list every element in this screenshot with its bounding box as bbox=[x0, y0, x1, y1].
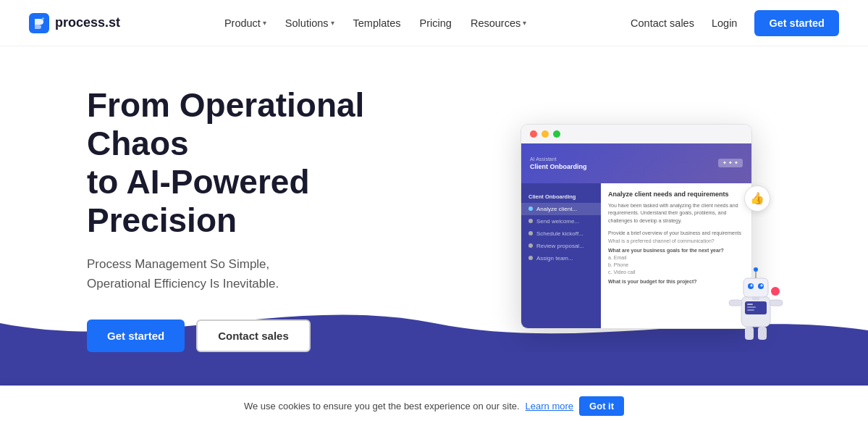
nav-links: Product ▾ Solutions ▾ Templates Pricing … bbox=[217, 12, 534, 35]
sidebar-item-task-4[interactable]: Review proposal... bbox=[521, 240, 601, 252]
dot-icon bbox=[528, 256, 533, 260]
svg-point-19 bbox=[771, 287, 780, 296]
chevron-down-icon: ▾ bbox=[331, 19, 334, 27]
svg-rect-17 bbox=[745, 327, 754, 340]
logo-text: process.st bbox=[55, 15, 120, 30]
svg-rect-12 bbox=[747, 304, 753, 305]
svg-rect-13 bbox=[747, 306, 756, 308]
dot-icon bbox=[528, 243, 533, 248]
hero-left: From Operational Chaos to AI-Powered Pre… bbox=[87, 86, 449, 352]
app-main-title: Analyze client needs and requirements bbox=[608, 191, 744, 198]
nav-product[interactable]: Product ▾ bbox=[217, 12, 274, 35]
hero-contact-sales-button[interactable]: Contact sales bbox=[196, 320, 311, 352]
sidebar-item-task-1[interactable]: Analyze client... bbox=[521, 203, 601, 215]
app-mockup: AI Assistant Client Onboarding ✦ ✦ ✦ Cli… bbox=[521, 124, 752, 329]
chevron-down-icon: ▾ bbox=[263, 19, 266, 27]
close-dot bbox=[530, 130, 537, 138]
sidebar-item-task-5[interactable]: Assign team... bbox=[521, 252, 601, 264]
hero-title: From Operational Chaos to AI-Powered Pre… bbox=[87, 86, 449, 240]
nav-resources[interactable]: Resources ▾ bbox=[463, 12, 534, 35]
svg-rect-18 bbox=[758, 327, 767, 340]
cookie-got-it-button[interactable]: Got it bbox=[579, 396, 624, 416]
cookie-message: We use cookies to ensure you get the bes… bbox=[244, 401, 520, 412]
svg-point-6 bbox=[751, 284, 753, 286]
nav-solutions[interactable]: Solutions ▾ bbox=[278, 12, 342, 35]
svg-rect-15 bbox=[729, 300, 742, 306]
robot-svg bbox=[723, 264, 788, 343]
minimize-dot bbox=[542, 130, 549, 138]
svg-rect-10 bbox=[752, 296, 759, 300]
nav-right: Contact sales Login Get started bbox=[631, 10, 839, 36]
cookie-banner: We use cookies to ensure you get the bes… bbox=[0, 385, 868, 426]
logo-icon bbox=[29, 13, 49, 33]
sidebar-item-task-3[interactable]: Schedule kickoff... bbox=[521, 227, 601, 240]
nav-pricing[interactable]: Pricing bbox=[413, 12, 459, 35]
thumbs-up-bubble: 👍 bbox=[744, 185, 770, 212]
app-titlebar bbox=[521, 125, 751, 143]
app-body: Client Onboarding Analyze client... Send… bbox=[521, 183, 751, 328]
svg-rect-3 bbox=[743, 278, 768, 297]
get-started-button[interactable]: Get started bbox=[754, 10, 839, 36]
sidebar-item-task-2[interactable]: Send welcome... bbox=[521, 215, 601, 227]
contact-sales-link[interactable]: Contact sales bbox=[631, 17, 694, 29]
svg-point-7 bbox=[761, 284, 763, 286]
app-banner: AI Assistant Client Onboarding ✦ ✦ ✦ bbox=[521, 143, 751, 183]
nav-templates[interactable]: Templates bbox=[346, 12, 408, 35]
dot-icon bbox=[528, 231, 533, 235]
svg-point-9 bbox=[754, 267, 758, 272]
cookie-learn-more-link[interactable]: Learn more bbox=[526, 401, 573, 412]
maximize-dot bbox=[553, 130, 560, 138]
dot-icon bbox=[528, 219, 533, 223]
dot-icon bbox=[528, 206, 533, 211]
navbar: process.st Product ▾ Solutions ▾ Templat… bbox=[0, 0, 868, 46]
logo[interactable]: process.st bbox=[29, 13, 120, 33]
svg-rect-14 bbox=[747, 309, 754, 311]
chevron-down-icon: ▾ bbox=[523, 19, 526, 27]
hero-section: From Operational Chaos to AI-Powered Pre… bbox=[0, 46, 868, 352]
robot-illustration bbox=[723, 264, 788, 343]
login-link[interactable]: Login bbox=[703, 12, 746, 35]
hero-mockup: AI Assistant Client Onboarding ✦ ✦ ✦ Cli… bbox=[521, 124, 767, 329]
app-sidebar: Client Onboarding Analyze client... Send… bbox=[521, 183, 601, 328]
svg-rect-1 bbox=[42, 17, 44, 20]
svg-rect-16 bbox=[770, 300, 783, 306]
hero-buttons: Get started Contact sales bbox=[87, 320, 449, 352]
hero-get-started-button[interactable]: Get started bbox=[87, 320, 185, 352]
app-main-description: You have been tasked with analyzing the … bbox=[608, 202, 744, 225]
hero-subtitle: Process Management So Simple, Operationa… bbox=[87, 254, 449, 293]
